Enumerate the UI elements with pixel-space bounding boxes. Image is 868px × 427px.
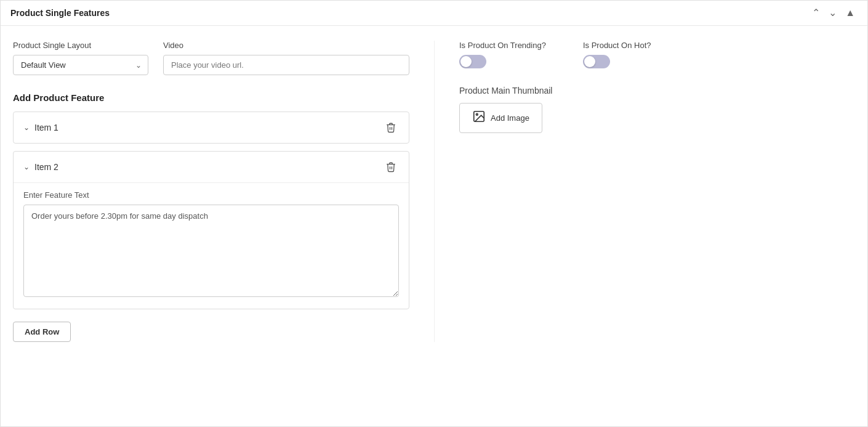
feature-item-1: ⌄ Item 1 [13, 112, 409, 144]
hot-thumb [584, 56, 595, 67]
trending-toggle-group: Is Product On Trending? [459, 41, 546, 68]
svg-point-1 [476, 113, 478, 115]
panel-controls: ⌃ ⌄ ▲ [810, 7, 858, 19]
right-top-row: Is Product On Trending? Is Product On Ho… [459, 41, 855, 68]
right-col-inner: Is Product On Trending? Is Product On Ho… [447, 41, 855, 133]
layout-select[interactable]: Default View Compact View Extended View [14, 55, 148, 75]
chevron-down-icon: ⌄ [23, 163, 30, 171]
layout-field-group: Product Single Layout Default View Compa… [13, 41, 148, 75]
hot-toggle[interactable] [583, 55, 610, 68]
top-row: Product Single Layout Default View Compa… [13, 41, 409, 75]
delete-item-2-button[interactable] [383, 159, 399, 175]
trending-toggle[interactable] [459, 55, 486, 68]
collapse-button[interactable]: ▲ [843, 7, 858, 19]
panel-body: Product Single Layout Default View Compa… [1, 26, 867, 357]
feature-text-label: Enter Feature Text [23, 190, 399, 200]
add-image-label: Add Image [491, 113, 529, 123]
hot-toggle-group: Is Product On Hot? [583, 41, 651, 68]
feature-text-textarea[interactable]: Order yours before 2.30pm for same day d… [23, 205, 399, 297]
add-image-button[interactable]: Add Image [459, 103, 542, 133]
thumbnail-section: Product Main Thumbnail Add Image [459, 86, 855, 133]
thumbnail-label: Product Main Thumbnail [459, 86, 855, 96]
layout-select-wrapper[interactable]: Default View Compact View Extended View … [13, 55, 148, 75]
hot-label: Is Product On Hot? [583, 41, 651, 50]
trending-label: Is Product On Trending? [459, 41, 546, 50]
feature-item-1-title: ⌄ Item 1 [23, 123, 58, 132]
feature-item-2-label: Item 2 [34, 162, 58, 172]
feature-item-2-title: ⌄ Item 2 [23, 162, 58, 172]
right-column: Is Product On Trending? Is Product On Ho… [434, 41, 855, 342]
feature-item-2-header[interactable]: ⌄ Item 2 [14, 152, 409, 182]
add-product-feature-title: Add Product Feature [13, 92, 409, 103]
video-field-group: Video [163, 41, 409, 75]
trash-icon [385, 161, 396, 173]
scroll-up-button[interactable]: ⌃ [810, 7, 822, 19]
image-svg-icon [472, 110, 486, 123]
panel-header: Product Single Features ⌃ ⌄ ▲ [1, 1, 867, 26]
feature-item-1-header[interactable]: ⌄ Item 1 [14, 112, 409, 143]
panel-title: Product Single Features [10, 8, 110, 18]
chevron-down-icon: ⌄ [23, 123, 30, 132]
delete-item-1-button[interactable] [383, 120, 399, 136]
image-icon [472, 110, 486, 126]
trash-icon [385, 122, 396, 133]
hot-track [583, 55, 610, 68]
feature-item-1-label: Item 1 [34, 123, 58, 132]
trending-thumb [460, 56, 472, 67]
add-row-button[interactable]: Add Row [13, 322, 71, 342]
layout-label: Product Single Layout [13, 41, 148, 50]
trending-track [459, 55, 486, 68]
left-column: Product Single Layout Default View Compa… [13, 41, 434, 342]
feature-item-2: ⌄ Item 2 Enter Feature Tex [13, 151, 409, 309]
feature-item-2-body: Enter Feature Text Order yours before 2.… [14, 182, 409, 309]
product-single-features-panel: Product Single Features ⌃ ⌄ ▲ Product Si… [0, 0, 868, 427]
video-input[interactable] [163, 55, 409, 75]
video-label: Video [163, 41, 409, 50]
scroll-down-button[interactable]: ⌄ [826, 7, 839, 19]
